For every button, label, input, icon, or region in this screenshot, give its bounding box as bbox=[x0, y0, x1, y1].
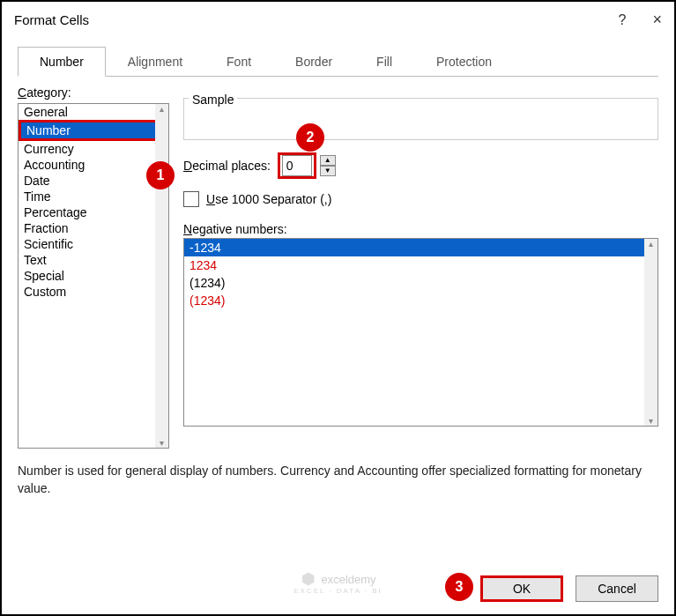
decimal-row: Decimal places: ▲ ▼ bbox=[183, 152, 658, 179]
tabs: Number Alignment Font Border Fill Protec… bbox=[18, 47, 658, 77]
right-panel: Sample Decimal places: ▲ ▼ Use 1000 Sepa… bbox=[183, 85, 658, 449]
window-controls: ? × bbox=[619, 11, 662, 29]
tab-fill[interactable]: Fill bbox=[354, 47, 414, 76]
category-item-percentage[interactable]: Percentage bbox=[19, 204, 155, 220]
category-item-accounting[interactable]: Accounting bbox=[19, 157, 155, 173]
sample-legend: Sample bbox=[189, 93, 237, 107]
separator-label: Use 1000 Separator (,) bbox=[206, 192, 331, 206]
decimal-input[interactable] bbox=[282, 155, 312, 176]
title-bar: Format Cells ? × bbox=[2, 2, 674, 38]
category-listbox[interactable]: General Number Currency Accounting Date … bbox=[18, 103, 169, 449]
decimal-down-icon[interactable]: ▼ bbox=[320, 166, 336, 176]
cancel-button[interactable]: Cancel bbox=[576, 575, 658, 602]
category-label: Category: bbox=[18, 85, 169, 100]
tab-font[interactable]: Font bbox=[204, 47, 273, 76]
decimal-label: Decimal places: bbox=[183, 159, 271, 173]
content: Category: General Number Currency Accoun… bbox=[2, 77, 674, 449]
annotation-badge-3: 3 bbox=[445, 573, 473, 601]
annotation-badge-2: 2 bbox=[296, 123, 324, 152]
left-panel: Category: General Number Currency Accoun… bbox=[18, 85, 169, 449]
tab-protection[interactable]: Protection bbox=[414, 47, 514, 76]
category-item-scientific[interactable]: Scientific bbox=[19, 236, 155, 252]
category-item-currency[interactable]: Currency bbox=[19, 141, 155, 157]
category-item-date[interactable]: Date bbox=[19, 173, 155, 189]
category-item-general[interactable]: General bbox=[19, 104, 155, 120]
annotation-badge-1: 1 bbox=[146, 161, 175, 189]
neg-item-3[interactable]: (1234) bbox=[184, 292, 644, 309]
separator-checkbox[interactable]: Use 1000 Separator (,) bbox=[183, 191, 331, 207]
category-item-number[interactable]: Number bbox=[19, 120, 158, 141]
neg-item-1[interactable]: 1234 bbox=[184, 256, 644, 274]
window-title: Format Cells bbox=[14, 12, 89, 27]
category-item-time[interactable]: Time bbox=[19, 189, 155, 204]
tab-number[interactable]: Number bbox=[18, 47, 106, 77]
tab-border[interactable]: Border bbox=[273, 47, 354, 76]
decimal-spinner[interactable] bbox=[278, 152, 316, 179]
neg-item-2[interactable]: (1234) bbox=[184, 274, 644, 292]
category-item-special[interactable]: Special bbox=[19, 268, 155, 284]
ok-button[interactable]: OK bbox=[480, 575, 563, 602]
close-icon[interactable]: × bbox=[652, 11, 662, 29]
category-scrollbar[interactable] bbox=[155, 104, 168, 448]
category-item-text[interactable]: Text bbox=[19, 252, 155, 268]
checkbox-icon[interactable] bbox=[183, 191, 199, 207]
negative-label: Negative numbers: bbox=[183, 222, 658, 236]
sample-box bbox=[183, 98, 658, 140]
neg-item-0[interactable]: -1234 bbox=[184, 239, 644, 256]
description: Number is used for general display of nu… bbox=[2, 449, 674, 497]
decimal-up-icon[interactable]: ▲ bbox=[320, 155, 336, 166]
tab-alignment[interactable]: Alignment bbox=[106, 47, 204, 76]
category-item-custom[interactable]: Custom bbox=[19, 284, 155, 300]
negative-listbox[interactable]: -1234 1234 (1234) (1234) bbox=[183, 238, 658, 427]
negative-scrollbar[interactable] bbox=[644, 239, 657, 426]
category-item-fraction[interactable]: Fraction bbox=[19, 220, 155, 236]
help-icon[interactable]: ? bbox=[619, 12, 627, 28]
footer: OK Cancel bbox=[18, 575, 658, 602]
